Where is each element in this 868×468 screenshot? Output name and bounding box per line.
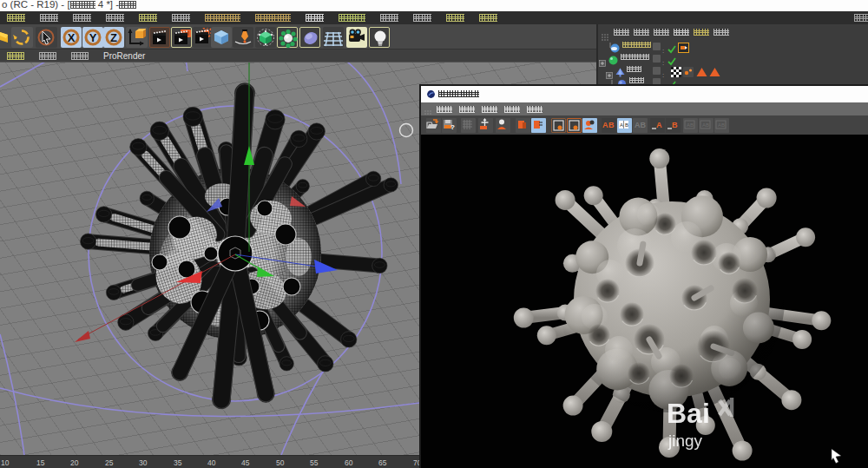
svg-text:AB: AB bbox=[718, 122, 725, 128]
svg-text:X: X bbox=[68, 31, 76, 44]
svg-text:Bai: Bai bbox=[667, 398, 710, 429]
svg-text:Y: Y bbox=[89, 31, 96, 44]
svg-text:B: B bbox=[672, 121, 678, 129]
svg-text:?: ? bbox=[450, 123, 455, 131]
svg-text:AB: AB bbox=[702, 122, 709, 128]
svg-text:jingy: jingy bbox=[667, 432, 703, 450]
svg-text:A: A bbox=[620, 122, 623, 128]
svg-text:B: B bbox=[625, 122, 628, 128]
svg-text:B: B bbox=[608, 121, 615, 129]
svg-text:A: A bbox=[656, 121, 662, 129]
svg-text:AB: AB bbox=[635, 121, 646, 129]
svg-text:Z: Z bbox=[110, 31, 117, 44]
svg-text:AB: AB bbox=[687, 122, 694, 128]
svg-text:A: A bbox=[602, 121, 608, 129]
